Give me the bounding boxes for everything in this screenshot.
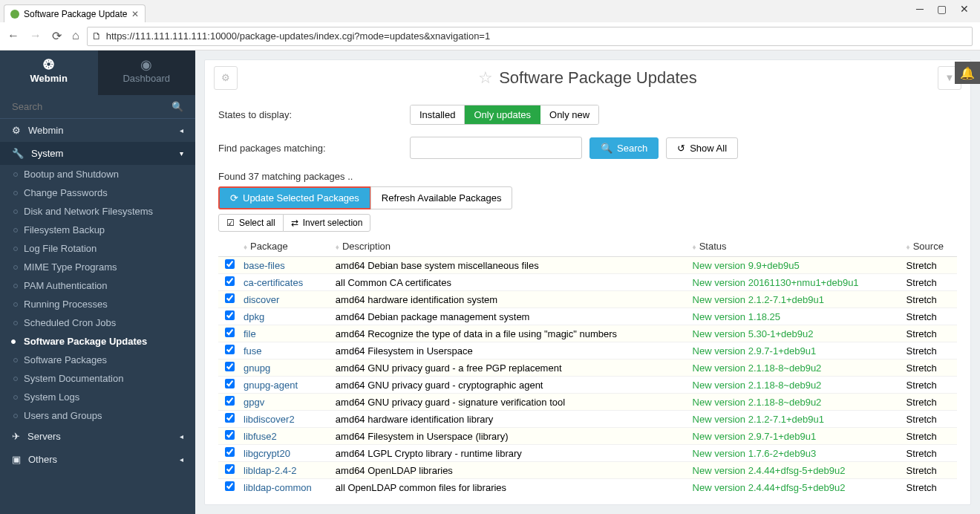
refresh-icon: ⟳ xyxy=(230,192,238,204)
invert-selection-button[interactable]: ⇄ Invert selection xyxy=(283,214,371,232)
bell-icon: 🔔 xyxy=(960,66,975,80)
select-all-button[interactable]: ☑ Select all xyxy=(218,214,284,232)
package-link[interactable]: file xyxy=(244,328,256,339)
package-description: amd64 GNU privacy guard - cryptographic … xyxy=(333,377,690,394)
sidebar-category-others[interactable]: ▣Others◂ xyxy=(0,448,195,471)
row-checkbox[interactable] xyxy=(225,328,235,337)
update-selected-button[interactable]: ⟳Update Selected Packages xyxy=(218,186,371,209)
sidebar-item-software-packages[interactable]: Software Packages xyxy=(0,351,195,369)
package-description: all Common CA certificates xyxy=(333,274,690,291)
home-button[interactable]: ⌂ xyxy=(72,29,79,43)
tab-close-button[interactable]: ✕ xyxy=(131,9,139,19)
webmin-tab[interactable]: ❂ Webmin xyxy=(0,51,98,95)
reload-button[interactable]: ⟳ xyxy=(52,29,62,43)
row-checkbox[interactable] xyxy=(225,413,235,423)
sidebar-item-users-and-groups[interactable]: Users and Groups xyxy=(0,406,195,425)
package-link[interactable]: dpkg xyxy=(244,311,264,322)
chevron-icon: ◂ xyxy=(180,455,183,463)
state-only-new[interactable]: Only new xyxy=(540,105,598,124)
package-link[interactable]: discover xyxy=(244,294,279,305)
package-source: Stretch xyxy=(904,360,957,377)
column-source[interactable]: ♦Source xyxy=(904,236,957,257)
cubes-icon: ▣ xyxy=(12,454,21,465)
minimize-button[interactable]: ─ xyxy=(916,3,924,15)
table-row: libgcrypt20 amd64 LGPL Crypto library - … xyxy=(218,445,957,462)
row-checkbox[interactable] xyxy=(225,379,235,388)
chevron-icon: ◂ xyxy=(180,432,183,440)
row-checkbox[interactable] xyxy=(225,310,235,320)
lock-icon: 🗋 xyxy=(92,30,102,42)
package-link[interactable]: gnupg-agent xyxy=(244,380,298,391)
package-link[interactable]: base-files xyxy=(244,260,285,271)
package-description: amd64 GNU privacy guard - a free PGP rep… xyxy=(333,360,690,377)
sidebar-item-change-passwords[interactable]: Change Passwords xyxy=(0,183,195,202)
sidebar-category-system[interactable]: 🔧System▾ xyxy=(0,142,195,165)
state-installed[interactable]: Installed xyxy=(411,105,465,124)
row-checkbox[interactable] xyxy=(225,430,235,440)
url-text: https://111.111.111.111:10000/package-up… xyxy=(106,30,491,42)
sidebar-item-log-file-rotation[interactable]: Log File Rotation xyxy=(0,239,195,258)
state-only-updates[interactable]: Only updates xyxy=(465,105,540,124)
row-checkbox[interactable] xyxy=(225,362,235,371)
sidebar-item-disk-and-network-filesystems[interactable]: Disk and Network Filesystems xyxy=(0,202,195,221)
browser-tab[interactable]: Software Package Update ✕ xyxy=(4,4,146,22)
settings-button[interactable]: ⚙ xyxy=(214,66,238,90)
sidebar-item-filesystem-backup[interactable]: Filesystem Backup xyxy=(0,221,195,239)
sidebar-category-servers[interactable]: ✈Servers◂ xyxy=(0,425,195,448)
table-row: libfuse2 amd64 Filesystem in Userspace (… xyxy=(218,428,957,445)
dashboard-tab[interactable]: ◉ Dashboard xyxy=(98,51,196,95)
search-button[interactable]: 🔍Search xyxy=(589,137,659,159)
sidebar-category-webmin[interactable]: ⚙Webmin◂ xyxy=(0,119,195,142)
sidebar-item-system-logs[interactable]: System Logs xyxy=(0,388,195,406)
close-window-button[interactable]: ✕ xyxy=(960,3,969,15)
column-package[interactable]: ♦Package xyxy=(241,236,333,257)
row-checkbox[interactable] xyxy=(225,276,235,286)
package-link[interactable]: libdiscover2 xyxy=(244,414,295,425)
forward-button[interactable]: → xyxy=(30,29,42,43)
row-checkbox[interactable] xyxy=(225,481,235,491)
chevron-icon: ◂ xyxy=(180,126,183,134)
row-checkbox[interactable] xyxy=(225,464,235,474)
package-link[interactable]: gnupg xyxy=(244,362,270,374)
sidebar-item-software-package-updates[interactable]: Software Package Updates xyxy=(0,332,195,351)
star-icon[interactable]: ☆ xyxy=(478,68,493,88)
sidebar-item-pam-authentication[interactable]: PAM Authentication xyxy=(0,276,195,295)
package-link[interactable]: libldap-common xyxy=(244,482,312,493)
package-link[interactable]: libgcrypt20 xyxy=(244,448,290,459)
table-row: ca-certificates all Common CA certificat… xyxy=(218,274,957,291)
search-icon[interactable]: 🔍 xyxy=(172,101,183,112)
table-row: dpkg amd64 Debian package management sys… xyxy=(218,308,957,325)
sidebar-item-bootup-and-shutdown[interactable]: Bootup and Shutdown xyxy=(0,165,195,183)
row-checkbox[interactable] xyxy=(225,259,235,269)
column-description[interactable]: ♦Description xyxy=(333,236,690,257)
sidebar-item-scheduled-cron-jobs[interactable]: Scheduled Cron Jobs xyxy=(0,313,195,332)
sidebar-item-running-processes[interactable]: Running Processes xyxy=(0,295,195,313)
back-button[interactable]: ← xyxy=(7,29,19,43)
notifications-button[interactable]: 🔔 xyxy=(955,62,980,84)
column-status[interactable]: ♦Status xyxy=(690,236,904,257)
sidebar-item-system-documentation[interactable]: System Documentation xyxy=(0,369,195,388)
webmin-logo-icon: ❂ xyxy=(0,56,98,73)
row-checkbox[interactable] xyxy=(225,396,235,406)
funnel-icon: ▼ xyxy=(945,72,955,83)
package-link[interactable]: libfuse2 xyxy=(244,431,277,442)
package-status: New version 2.9.7-1+deb9u1 xyxy=(690,342,904,360)
maximize-button[interactable]: ▢ xyxy=(937,3,947,15)
show-all-button[interactable]: ↺Show All xyxy=(666,137,738,159)
package-link[interactable]: ca-certificates xyxy=(244,277,303,288)
wrench-icon: 🔧 xyxy=(12,148,24,159)
package-description: amd64 Debian package management system xyxy=(333,308,690,325)
sidebar-item-mime-type-programs[interactable]: MIME Type Programs xyxy=(0,258,195,276)
package-link[interactable]: fuse xyxy=(244,345,262,357)
row-checkbox[interactable] xyxy=(225,447,235,457)
row-checkbox[interactable] xyxy=(225,293,235,303)
package-link[interactable]: libldap-2.4-2 xyxy=(244,465,297,476)
url-input[interactable]: 🗋 https://111.111.111.111:10000/package-… xyxy=(87,27,973,46)
package-status: New version 20161130+nmu1+deb9u1 xyxy=(690,274,904,291)
row-checkbox[interactable] xyxy=(225,345,235,354)
package-link[interactable]: gpgv xyxy=(244,397,264,408)
package-search-input[interactable] xyxy=(410,137,582,159)
refresh-available-button[interactable]: Refresh Available Packages xyxy=(370,186,513,209)
search-icon: 🔍 xyxy=(601,143,612,154)
sidebar-search-input[interactable] xyxy=(12,101,172,112)
